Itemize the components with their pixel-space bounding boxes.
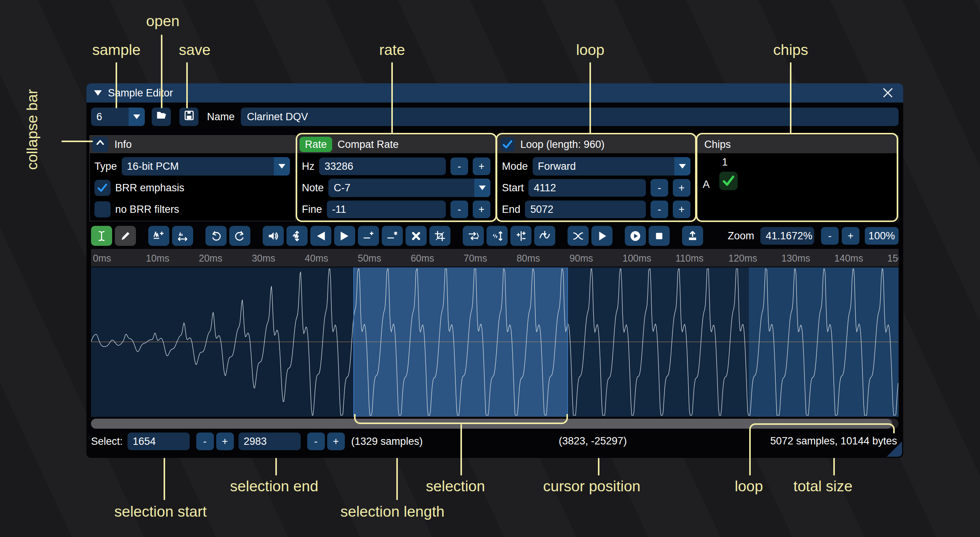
ruler-tick: 100ms <box>622 253 651 264</box>
annotation-cursor-position: cursor position <box>543 478 641 495</box>
type-select[interactable]: 16-bit PCM <box>122 157 290 176</box>
stop-button[interactable] <box>649 226 670 246</box>
save-icon <box>183 109 195 124</box>
redo-button[interactable] <box>229 226 250 246</box>
zoom-reset-button[interactable]: 100% <box>865 227 899 245</box>
insert-silence-button[interactable] <box>358 226 379 246</box>
select-tool-button[interactable] <box>91 226 112 246</box>
selection-start-plus-button[interactable]: + <box>216 433 234 450</box>
selection-end-value: 2983 <box>244 436 267 448</box>
annotation-line-selection <box>460 424 462 476</box>
draw-tool-button[interactable] <box>115 226 136 246</box>
ruler-tick: 70ms <box>464 253 487 264</box>
type-value: 16-bit PCM <box>122 161 274 172</box>
delete-button[interactable] <box>406 226 427 246</box>
annotation-selection-end: selection end <box>230 478 318 495</box>
annotation-total-size: total size <box>793 478 853 495</box>
play-button[interactable] <box>625 226 646 246</box>
fade-out-button[interactable] <box>334 226 355 246</box>
ruler-tick: 60ms <box>411 253 434 264</box>
info-section: Info Type 16-bit PCM BRR emphasis no BRR… <box>89 135 296 221</box>
annotation-selection-start: selection start <box>114 503 207 520</box>
annotation-line-selection-length <box>396 458 398 500</box>
ruler-tick: 20ms <box>199 253 222 264</box>
apply-filter-button[interactable] <box>534 226 555 246</box>
ruler-tick: 80ms <box>516 253 540 264</box>
annotation-line-cursor <box>598 458 599 476</box>
info-header-label: Info <box>114 139 132 151</box>
annotation-selection: selection <box>426 478 485 495</box>
sample-name-value: Clarinet DQV <box>247 111 308 123</box>
crossfade-button[interactable] <box>568 226 589 246</box>
chevron-up-icon <box>94 137 107 152</box>
zoom-in-button[interactable]: + <box>842 227 859 245</box>
sample-number-select[interactable]: 6 <box>91 108 145 126</box>
zoom-out-button[interactable]: - <box>821 227 839 245</box>
selection-end-edge[interactable] <box>567 267 568 417</box>
sample-number-value: 6 <box>91 111 129 123</box>
annotation-line-total-size <box>833 458 835 476</box>
waveform-view[interactable] <box>91 267 899 417</box>
selection-start-edge[interactable] <box>353 267 354 417</box>
window-titlebar[interactable]: Sample Editor <box>86 83 903 103</box>
time-ruler[interactable]: 0ms10ms20ms30ms40ms50ms60ms70ms80ms90ms1… <box>91 249 899 267</box>
folder-open-icon <box>155 109 168 124</box>
resize-button[interactable] <box>148 226 169 246</box>
no-brr-filters-checkbox[interactable] <box>94 201 111 217</box>
sample-name-input[interactable]: Clarinet DQV <box>241 108 899 126</box>
status-bar: Select: 1654 - + 2983 - + (1329 samples)… <box>91 431 899 451</box>
annotation-box-loop <box>496 133 697 222</box>
annotation-loop-bottom: loop <box>735 478 763 495</box>
undo-button[interactable] <box>205 226 227 246</box>
invert-button[interactable] <box>487 226 508 246</box>
annotation-open: open <box>146 13 180 30</box>
annotation-line-loop-top <box>589 62 591 134</box>
zoom-value: 41.1672% <box>766 230 813 242</box>
ruler-tick: 10ms <box>146 253 169 264</box>
zoom-cluster: Zoom 41.1672% - + 100% <box>728 227 899 245</box>
zoom-input[interactable]: 41.1672% <box>760 227 814 245</box>
save-sample-button[interactable] <box>179 108 199 126</box>
ruler-tick: 120ms <box>728 253 757 264</box>
annotation-save: save <box>179 41 210 58</box>
window-collapse-icon[interactable] <box>94 90 102 96</box>
annotation-collapse-bar: collapse bar <box>24 89 41 170</box>
amplify-button[interactable] <box>263 226 284 246</box>
annotation-selection-length: selection length <box>340 503 444 520</box>
name-label: Name <box>207 111 235 123</box>
cursor-position-text: (3823, -25297) <box>559 435 627 447</box>
ruler-tick: 110ms <box>675 253 704 264</box>
fade-in-button[interactable] <box>310 226 331 246</box>
reverse-button[interactable] <box>463 226 484 246</box>
selection-end-plus-button[interactable]: + <box>327 433 345 450</box>
annotation-line-sample <box>116 62 117 108</box>
annotation-line-rate <box>391 62 393 134</box>
apply-silence-button[interactable] <box>382 226 403 246</box>
total-size-text: 5072 samples, 10144 bytes <box>770 435 897 447</box>
close-button[interactable] <box>880 85 896 101</box>
selection-start-minus-button[interactable]: - <box>196 433 214 450</box>
selection-start-input[interactable]: 1654 <box>127 433 190 450</box>
selection-end-input[interactable]: 2983 <box>238 433 301 450</box>
annotation-rate: rate <box>379 41 405 58</box>
annotation-line-open <box>161 35 162 108</box>
chevron-down-icon[interactable] <box>129 108 145 126</box>
zoom-label: Zoom <box>728 230 754 242</box>
preview-button[interactable] <box>591 226 612 246</box>
trim-button[interactable] <box>429 226 450 246</box>
select-label: Select: <box>91 436 123 448</box>
signed-unsigned-button[interactable] <box>510 226 531 246</box>
resample-button[interactable] <box>172 226 193 246</box>
ruler-tick: 0ms <box>93 253 111 264</box>
selection-length-text: (1329 samples) <box>351 436 423 448</box>
ruler-tick: 50ms <box>358 253 381 264</box>
annotation-bracket-selection <box>354 414 568 424</box>
collapse-bar-button[interactable] <box>92 137 108 152</box>
normalize-button[interactable] <box>286 226 308 246</box>
ruler-tick: 30ms <box>252 253 275 264</box>
chevron-down-icon[interactable] <box>274 157 290 176</box>
export-sample-button[interactable] <box>682 226 703 246</box>
brr-emphasis-checkbox[interactable] <box>94 180 111 196</box>
selection-end-minus-button[interactable]: - <box>307 433 325 450</box>
open-sample-button[interactable] <box>152 108 171 126</box>
